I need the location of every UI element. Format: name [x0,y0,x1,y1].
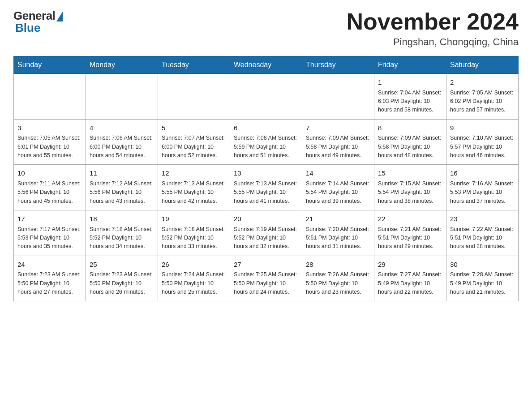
calendar-cell: 4Sunrise: 7:06 AM Sunset: 6:00 PM Daylig… [86,119,158,165]
weekday-header-wednesday: Wednesday [230,56,302,74]
day-number: 8 [378,123,442,133]
day-info: Sunrise: 7:25 AM Sunset: 5:50 PM Dayligh… [234,270,298,296]
calendar-cell: 29Sunrise: 7:27 AM Sunset: 5:49 PM Dayli… [374,256,446,301]
calendar-cell: 13Sunrise: 7:13 AM Sunset: 5:55 PM Dayli… [230,165,302,210]
calendar-cell: 16Sunrise: 7:16 AM Sunset: 5:53 PM Dayli… [446,165,519,210]
weekday-header-friday: Friday [374,56,446,74]
calendar-cell [86,74,158,120]
calendar-cell: 8Sunrise: 7:09 AM Sunset: 5:58 PM Daylig… [374,119,446,165]
week-row-4: 17Sunrise: 7:17 AM Sunset: 5:53 PM Dayli… [14,210,519,256]
day-info: Sunrise: 7:13 AM Sunset: 5:55 PM Dayligh… [162,180,226,206]
day-info: Sunrise: 7:09 AM Sunset: 5:58 PM Dayligh… [378,134,442,160]
calendar-cell: 1Sunrise: 7:04 AM Sunset: 6:03 PM Daylig… [374,74,446,120]
day-info: Sunrise: 7:04 AM Sunset: 6:03 PM Dayligh… [378,89,442,115]
day-number: 2 [450,77,515,88]
calendar-cell: 12Sunrise: 7:13 AM Sunset: 5:55 PM Dayli… [158,165,230,210]
day-info: Sunrise: 7:17 AM Sunset: 5:53 PM Dayligh… [17,225,82,251]
day-info: Sunrise: 7:14 AM Sunset: 5:54 PM Dayligh… [306,180,370,206]
day-number: 5 [162,123,226,133]
day-info: Sunrise: 7:28 AM Sunset: 5:49 PM Dayligh… [450,270,515,296]
day-info: Sunrise: 7:06 AM Sunset: 6:00 PM Dayligh… [90,134,154,160]
day-info: Sunrise: 7:22 AM Sunset: 5:51 PM Dayligh… [450,225,515,251]
day-number: 3 [17,123,82,133]
calendar-cell: 14Sunrise: 7:14 AM Sunset: 5:54 PM Dayli… [302,165,374,210]
page-header: General Blue November 2024 Pingshan, Cho… [13,9,519,48]
calendar-table: SundayMondayTuesdayWednesdayThursdayFrid… [13,56,519,301]
day-number: 13 [234,168,298,179]
day-number: 16 [450,168,515,179]
calendar-cell [158,74,230,120]
day-number: 29 [378,260,442,270]
calendar-cell: 3Sunrise: 7:05 AM Sunset: 6:01 PM Daylig… [14,119,86,165]
calendar-cell: 11Sunrise: 7:12 AM Sunset: 5:56 PM Dayli… [86,165,158,210]
calendar-cell: 25Sunrise: 7:23 AM Sunset: 5:50 PM Dayli… [86,256,158,301]
day-number: 12 [162,168,226,179]
calendar-cell: 10Sunrise: 7:11 AM Sunset: 5:56 PM Dayli… [14,165,86,210]
calendar-cell: 6Sunrise: 7:08 AM Sunset: 5:59 PM Daylig… [230,119,302,165]
day-number: 25 [90,260,154,270]
day-info: Sunrise: 7:23 AM Sunset: 5:50 PM Dayligh… [90,270,154,296]
day-number: 15 [378,168,442,179]
week-row-3: 10Sunrise: 7:11 AM Sunset: 5:56 PM Dayli… [14,165,519,210]
day-info: Sunrise: 7:11 AM Sunset: 5:56 PM Dayligh… [17,180,82,206]
day-info: Sunrise: 7:18 AM Sunset: 5:52 PM Dayligh… [90,225,154,251]
calendar-cell [302,74,374,120]
day-info: Sunrise: 7:15 AM Sunset: 5:54 PM Dayligh… [378,180,442,206]
day-number: 20 [234,214,298,224]
weekday-header-monday: Monday [86,56,158,74]
calendar-cell: 7Sunrise: 7:09 AM Sunset: 5:58 PM Daylig… [302,119,374,165]
weekday-header-saturday: Saturday [446,56,519,74]
day-info: Sunrise: 7:19 AM Sunset: 5:52 PM Dayligh… [234,225,298,251]
weekday-header-row: SundayMondayTuesdayWednesdayThursdayFrid… [14,56,519,74]
day-number: 7 [306,123,370,133]
calendar-cell: 28Sunrise: 7:26 AM Sunset: 5:50 PM Dayli… [302,256,374,301]
day-number: 23 [450,214,515,224]
day-number: 9 [450,123,515,133]
day-number: 26 [162,260,226,270]
weekday-header-thursday: Thursday [302,56,374,74]
calendar-cell: 22Sunrise: 7:21 AM Sunset: 5:51 PM Dayli… [374,210,446,256]
weekday-header-tuesday: Tuesday [158,56,230,74]
day-info: Sunrise: 7:21 AM Sunset: 5:51 PM Dayligh… [378,225,442,251]
day-info: Sunrise: 7:26 AM Sunset: 5:50 PM Dayligh… [306,270,370,296]
logo: General Blue [13,9,63,35]
day-number: 11 [90,168,154,179]
day-number: 24 [17,260,82,270]
calendar-cell: 30Sunrise: 7:28 AM Sunset: 5:49 PM Dayli… [446,256,519,301]
day-info: Sunrise: 7:13 AM Sunset: 5:55 PM Dayligh… [234,180,298,206]
calendar-cell: 2Sunrise: 7:05 AM Sunset: 6:02 PM Daylig… [446,74,519,120]
calendar-cell: 24Sunrise: 7:23 AM Sunset: 5:50 PM Dayli… [14,256,86,301]
day-number: 10 [17,168,82,179]
day-info: Sunrise: 7:09 AM Sunset: 5:58 PM Dayligh… [306,134,370,160]
day-info: Sunrise: 7:12 AM Sunset: 5:56 PM Dayligh… [90,180,154,206]
day-info: Sunrise: 7:16 AM Sunset: 5:53 PM Dayligh… [450,180,515,206]
calendar-cell: 15Sunrise: 7:15 AM Sunset: 5:54 PM Dayli… [374,165,446,210]
day-number: 28 [306,260,370,270]
logo-triangle-icon [56,12,63,21]
day-number: 18 [90,214,154,224]
day-info: Sunrise: 7:27 AM Sunset: 5:49 PM Dayligh… [378,270,442,296]
calendar-cell: 5Sunrise: 7:07 AM Sunset: 6:00 PM Daylig… [158,119,230,165]
calendar-cell: 21Sunrise: 7:20 AM Sunset: 5:51 PM Dayli… [302,210,374,256]
calendar-cell: 27Sunrise: 7:25 AM Sunset: 5:50 PM Dayli… [230,256,302,301]
week-row-1: 1Sunrise: 7:04 AM Sunset: 6:03 PM Daylig… [14,74,519,120]
day-number: 27 [234,260,298,270]
day-info: Sunrise: 7:08 AM Sunset: 5:59 PM Dayligh… [234,134,298,160]
day-info: Sunrise: 7:20 AM Sunset: 5:51 PM Dayligh… [306,225,370,251]
calendar-cell [14,74,86,120]
title-section: November 2024 Pingshan, Chongqing, China [347,9,519,48]
day-number: 30 [450,260,515,270]
logo-blue-text: Blue [15,21,40,35]
day-info: Sunrise: 7:23 AM Sunset: 5:50 PM Dayligh… [17,270,82,296]
day-info: Sunrise: 7:07 AM Sunset: 6:00 PM Dayligh… [162,134,226,160]
day-info: Sunrise: 7:24 AM Sunset: 5:50 PM Dayligh… [162,270,226,296]
day-number: 17 [17,214,82,224]
calendar-cell: 9Sunrise: 7:10 AM Sunset: 5:57 PM Daylig… [446,119,519,165]
calendar-cell: 17Sunrise: 7:17 AM Sunset: 5:53 PM Dayli… [14,210,86,256]
calendar-cell: 19Sunrise: 7:18 AM Sunset: 5:52 PM Dayli… [158,210,230,256]
day-info: Sunrise: 7:10 AM Sunset: 5:57 PM Dayligh… [450,134,515,160]
day-info: Sunrise: 7:05 AM Sunset: 6:01 PM Dayligh… [17,134,82,160]
calendar-cell: 18Sunrise: 7:18 AM Sunset: 5:52 PM Dayli… [86,210,158,256]
week-row-5: 24Sunrise: 7:23 AM Sunset: 5:50 PM Dayli… [14,256,519,301]
day-number: 6 [234,123,298,133]
